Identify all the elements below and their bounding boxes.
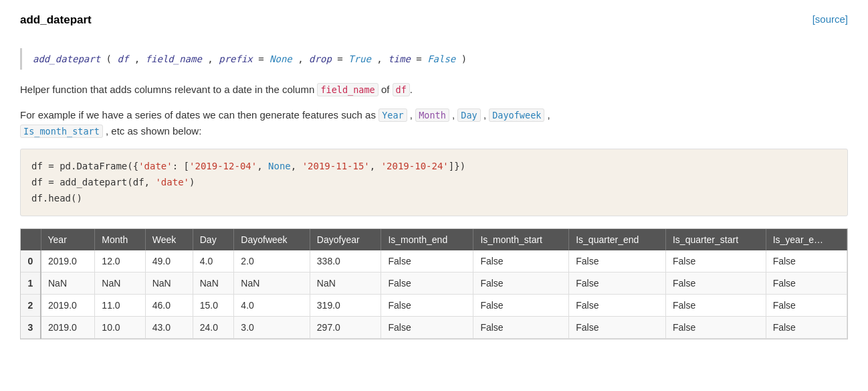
table-cell-is_month_start: False	[473, 295, 569, 317]
table-cell-dayofweek: NaN	[234, 272, 310, 295]
table-cell-day: 24.0	[193, 317, 234, 339]
table-cell-is_month_end: False	[381, 317, 473, 339]
table-cell-month: NaN	[95, 272, 145, 295]
col-header-week: Week	[145, 229, 193, 250]
table-row: 02019.012.049.04.02.0338.0FalseFalseFals…	[21, 250, 847, 272]
function-signature: add_datepart ( df , field_name , prefix …	[20, 48, 848, 70]
table-cell-year: 2019.0	[41, 250, 95, 272]
table-cell-is_month_start: False	[473, 317, 569, 339]
desc2-is-month-start: Is_month_start	[20, 125, 103, 138]
table-cell-is_month_start: False	[473, 272, 569, 295]
row-index-cell: 0	[21, 250, 41, 272]
table-cell-month: 10.0	[95, 317, 145, 339]
desc1-text: Helper function that adds columns releva…	[20, 84, 317, 95]
table-cell-dayofweek: 2.0	[234, 250, 310, 272]
table-row: 32019.010.043.024.03.0297.0FalseFalseFal…	[21, 317, 847, 339]
table-cell-is_month_end: False	[381, 295, 473, 317]
col-header-is-quarter-start: Is_quarter_start	[665, 229, 766, 250]
data-table-wrapper: Year Month Week Day Dayofweek Dayofyear …	[20, 228, 848, 339]
table-cell-day: NaN	[193, 272, 234, 295]
table-row: 1NaNNaNNaNNaNNaNNaNFalseFalseFalseFalseF…	[21, 272, 847, 295]
table-cell-is_year_e: False	[766, 272, 847, 295]
source-link[interactable]: [source]	[812, 13, 848, 25]
data-table: Year Month Week Day Dayofweek Dayofyear …	[21, 229, 847, 339]
table-cell-week: NaN	[145, 272, 193, 295]
table-cell-week: 43.0	[145, 317, 193, 339]
col-header-month: Month	[95, 229, 145, 250]
col-header-day: Day	[193, 229, 234, 250]
table-cell-dayofyear: 297.0	[310, 317, 381, 339]
table-cell-dayofweek: 4.0	[234, 295, 310, 317]
desc2-month: Month	[415, 108, 449, 122]
table-cell-is_quarter_end: False	[569, 317, 666, 339]
col-header-is-month-start: Is_month_start	[473, 229, 569, 250]
table-header: Year Month Week Day Dayofweek Dayofyear …	[21, 229, 847, 250]
table-cell-week: 46.0	[145, 295, 193, 317]
table-cell-is_month_end: False	[381, 250, 473, 272]
table-cell-is_quarter_end: False	[569, 250, 666, 272]
col-header-dayofweek: Dayofweek	[234, 229, 310, 250]
table-cell-is_year_e: False	[766, 295, 847, 317]
desc2-year: Year	[378, 108, 407, 122]
table-cell-year: NaN	[41, 272, 95, 295]
desc1-mid: of	[378, 84, 393, 95]
col-header-is-quarter-end: Is_quarter_end	[569, 229, 666, 250]
col-header-year: Year	[41, 229, 95, 250]
description-2: For example if we have a series of dates…	[20, 107, 848, 139]
table-cell-dayofyear: 319.0	[310, 295, 381, 317]
table-cell-is_quarter_start: False	[665, 317, 766, 339]
table-cell-year: 2019.0	[41, 317, 95, 339]
code-line-3: df.head()	[31, 191, 837, 207]
desc2-pre: For example if we have a series of dates…	[20, 109, 378, 121]
table-cell-week: 49.0	[145, 250, 193, 272]
table-cell-is_quarter_start: False	[665, 272, 766, 295]
table-cell-year: 2019.0	[41, 295, 95, 317]
code-line-2: df = add_datepart(df, 'date')	[31, 175, 837, 191]
desc2-dayofweek: Dayofweek	[489, 108, 544, 122]
col-header-index	[21, 229, 41, 250]
row-index-cell: 2	[21, 295, 41, 317]
table-cell-is_quarter_end: False	[569, 295, 666, 317]
table-cell-month: 11.0	[95, 295, 145, 317]
code-example: df = pd.DataFrame({'date': ['2019-12-04'…	[20, 149, 848, 216]
table-cell-dayofweek: 3.0	[234, 317, 310, 339]
page-title: add_datepart	[20, 13, 92, 27]
table-cell-dayofyear: 338.0	[310, 250, 381, 272]
col-header-is-year-e: Is_year_e…	[766, 229, 847, 250]
table-cell-is_month_start: False	[473, 250, 569, 272]
table-cell-dayofyear: NaN	[310, 272, 381, 295]
desc1-code2: df	[393, 83, 410, 96]
row-index-cell: 3	[21, 317, 41, 339]
table-header-row: Year Month Week Day Dayofweek Dayofyear …	[21, 229, 847, 250]
table-cell-is_quarter_end: False	[569, 272, 666, 295]
col-header-is-month-end: Is_month_end	[381, 229, 473, 250]
desc1-code1: field_name	[317, 83, 378, 96]
code-line-1: df = pd.DataFrame({'date': ['2019-12-04'…	[31, 159, 837, 175]
table-cell-is_year_e: False	[766, 250, 847, 272]
table-cell-month: 12.0	[95, 250, 145, 272]
desc1-end: .	[410, 84, 413, 95]
desc2-end: , etc as shown below:	[103, 125, 202, 137]
col-header-dayofyear: Dayofyear	[310, 229, 381, 250]
table-row: 22019.011.046.015.04.0319.0FalseFalseFal…	[21, 295, 847, 317]
table-cell-is_quarter_start: False	[665, 250, 766, 272]
row-index-cell: 1	[21, 272, 41, 295]
table-cell-day: 15.0	[193, 295, 234, 317]
table-body: 02019.012.049.04.02.0338.0FalseFalseFals…	[21, 250, 847, 339]
table-cell-is_month_end: False	[381, 272, 473, 295]
description-1: Helper function that adds columns releva…	[20, 82, 848, 98]
sig-function-name: add_datepart	[33, 54, 100, 64]
table-cell-is_quarter_start: False	[665, 295, 766, 317]
table-cell-day: 4.0	[193, 250, 234, 272]
table-cell-is_year_e: False	[766, 317, 847, 339]
page-header: add_datepart [source]	[20, 13, 848, 37]
desc2-day: Day	[457, 108, 480, 122]
